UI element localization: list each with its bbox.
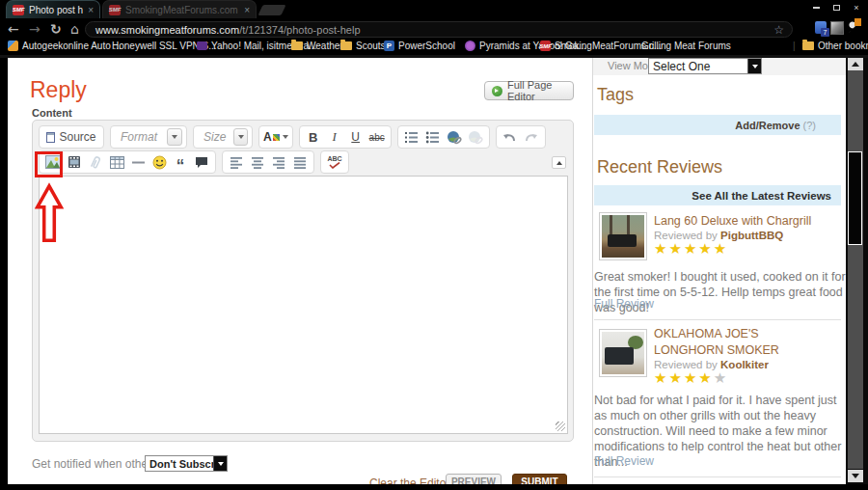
- source-button[interactable]: Source: [43, 127, 99, 147]
- blockquote-button[interactable]: “: [171, 152, 190, 172]
- align-center-icon: [251, 156, 264, 169]
- editor-text-area[interactable]: [39, 176, 568, 434]
- comment-bubble-button[interactable]: [192, 152, 211, 172]
- align-left-icon: [230, 156, 243, 169]
- new-tab-button[interactable]: [258, 5, 285, 15]
- full-review-link[interactable]: Full Review: [594, 454, 654, 468]
- format-dropdown[interactable]: Format: [110, 125, 187, 149]
- align-right-button[interactable]: [269, 152, 288, 172]
- italic-button[interactable]: I: [325, 127, 344, 147]
- undo-button[interactable]: [501, 127, 520, 147]
- source-group: Source: [39, 125, 104, 149]
- numbered-list-icon: [404, 130, 419, 145]
- divider: [594, 319, 841, 320]
- format-buttons-group: B I U abc: [299, 125, 392, 149]
- tags-help-link[interactable]: (?): [803, 120, 816, 131]
- browser-tab-inactive[interactable]: SMF SmokingMeatForums.com Pos ×: [102, 0, 257, 18]
- numbered-list-button[interactable]: [402, 127, 421, 147]
- chevron-down-icon[interactable]: [213, 456, 227, 471]
- minimize-icon[interactable]: [807, 2, 825, 14]
- unlink-icon: [468, 130, 483, 145]
- add-remove-tags-link[interactable]: Add/Remove: [735, 120, 800, 131]
- bookmark-item[interactable]: P PowerSchool: [384, 41, 455, 51]
- tab-close-icon[interactable]: ×: [244, 5, 250, 15]
- subscribe-dropdown[interactable]: Don't Subscribe: [145, 455, 228, 472]
- view-more-value: Select One: [649, 60, 747, 73]
- align-group: [222, 150, 314, 174]
- color-group: A: [258, 125, 293, 149]
- underline-button[interactable]: U: [346, 127, 366, 147]
- list-link-group: [397, 125, 490, 149]
- undo-icon: [502, 131, 517, 144]
- restore-icon[interactable]: [827, 2, 845, 14]
- bold-button[interactable]: B: [304, 127, 323, 147]
- reviewer-link[interactable]: PigbuttBBQ: [720, 230, 783, 241]
- view-more-dropdown[interactable]: Select One: [648, 58, 762, 74]
- text-color-button[interactable]: A: [263, 127, 288, 147]
- chevron-down-icon[interactable]: [233, 128, 248, 146]
- scroll-up-button[interactable]: [848, 58, 863, 70]
- url-path: /t/121374/photo-post-help: [239, 24, 360, 36]
- address-bar[interactable]: www.smokingmeatforums.com/t/121374/photo…: [85, 21, 793, 38]
- align-left-button[interactable]: [227, 152, 246, 172]
- chevron-down-icon[interactable]: [747, 59, 761, 73]
- spellcheck-button[interactable]: ABC: [325, 152, 344, 172]
- bookmark-star-icon[interactable]: ☆: [773, 23, 784, 37]
- resize-handle[interactable]: [556, 422, 565, 431]
- bullet-list-button[interactable]: [423, 127, 443, 147]
- annotation-arrow-up: [35, 181, 64, 245]
- star-icon: ★★★★: [654, 369, 714, 387]
- bookmark-label: Scouts: [356, 41, 386, 51]
- insert-video-button[interactable]: [65, 152, 84, 172]
- align-right-icon: [272, 156, 285, 169]
- reload-icon[interactable]: ↻: [50, 20, 62, 38]
- browser-tab-active[interactable]: SMF Photo post help ×: [6, 0, 100, 18]
- subscribe-value: Don't Subscribe: [146, 458, 213, 470]
- review-thumbnail[interactable]: [599, 212, 647, 260]
- remove-link-button[interactable]: [466, 127, 485, 147]
- align-justify-button[interactable]: [290, 152, 310, 172]
- review-title-link[interactable]: OKLAHOMA JOE'S LONGHORN SMOKER: [654, 326, 813, 359]
- wrench-icon[interactable]: [846, 21, 860, 36]
- full-review-link[interactable]: Full Review: [594, 297, 654, 311]
- redo-button[interactable]: [522, 127, 541, 147]
- scrollbar-track[interactable]: [848, 70, 863, 469]
- back-icon[interactable]: ←: [8, 20, 19, 38]
- expand-icon: [492, 86, 502, 96]
- bookmark-folder[interactable]: Weather: [291, 41, 343, 51]
- strikethrough-button[interactable]: abc: [367, 127, 387, 147]
- close-icon[interactable]: ×: [848, 2, 865, 14]
- forward-icon[interactable]: →: [29, 20, 41, 38]
- bookmark-item[interactable]: Grilling Meat Forums: [641, 41, 731, 51]
- bookmark-item[interactable]: Autogeekonline Auto ...: [8, 41, 122, 51]
- review-title-link[interactable]: Lang 60 Deluxe with Chargrill: [654, 213, 843, 230]
- full-page-editor-button[interactable]: Full Page Editor: [484, 81, 574, 100]
- collapse-toolbar-button[interactable]: [552, 156, 566, 169]
- bullet-list-icon: [425, 130, 440, 145]
- horizontal-rule-button[interactable]: [128, 152, 148, 172]
- extension-icon[interactable]: 7: [815, 21, 827, 34]
- rich-text-editor: Source Format Size A B I U: [32, 120, 574, 442]
- tab-close-icon[interactable]: ×: [88, 5, 94, 15]
- size-label: Size: [198, 130, 231, 144]
- other-bookmarks-folder[interactable]: Other bookmarks: [802, 41, 868, 51]
- insert-smiley-button[interactable]: [149, 152, 169, 172]
- scroll-down-button[interactable]: [848, 470, 863, 482]
- quote-icon: “: [176, 162, 185, 170]
- align-center-button[interactable]: [248, 152, 267, 172]
- smiley-icon: [152, 155, 167, 170]
- content-label: Content: [32, 107, 72, 119]
- bookmark-folder[interactable]: Scouts: [340, 41, 386, 51]
- chevron-down-icon[interactable]: [167, 128, 182, 146]
- see-all-reviews-link[interactable]: See All the Latest Reviews: [692, 190, 831, 202]
- insert-link-button[interactable]: [445, 127, 464, 147]
- extension-photo-icon[interactable]: [830, 21, 844, 35]
- insert-table-button[interactable]: [107, 152, 126, 172]
- thumbnail-detail: [608, 234, 637, 247]
- review-thumbnail[interactable]: [599, 329, 647, 377]
- size-dropdown[interactable]: Size: [193, 125, 253, 149]
- attach-file-button[interactable]: [86, 152, 105, 172]
- home-icon[interactable]: ⌂: [70, 20, 79, 38]
- editor-toolbar-row2: “: [39, 150, 349, 174]
- scrollbar-thumb[interactable]: [848, 151, 862, 245]
